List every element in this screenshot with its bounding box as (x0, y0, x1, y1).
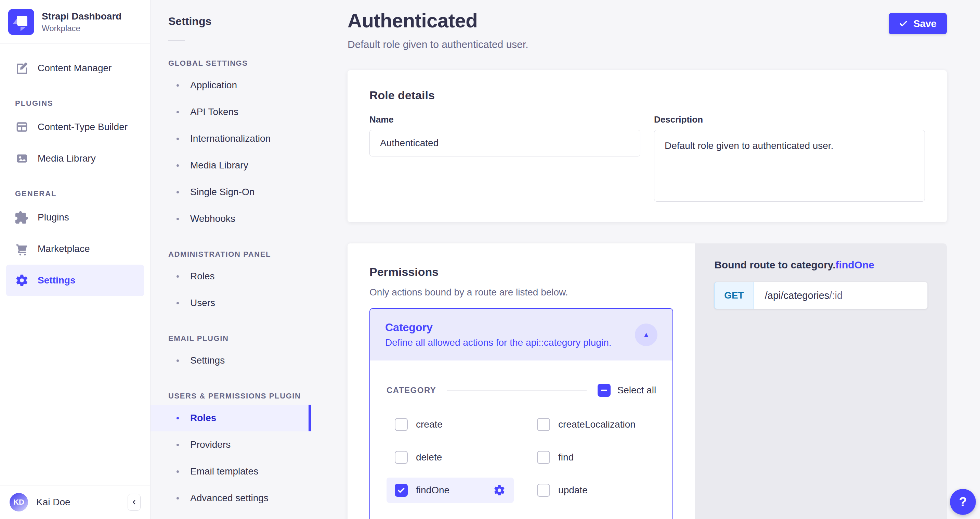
sidebar-item-settings[interactable]: Settings (6, 265, 144, 296)
category-accordion-body: CATEGORY Select all create (370, 361, 673, 519)
brand-title: Strapi Dashboard (42, 11, 121, 22)
category-accordion: Category Define all allowed actions for … (369, 308, 673, 519)
select-all-checkbox[interactable] (598, 384, 611, 397)
permission-label: delete (416, 452, 442, 463)
createLocalization-checkbox[interactable] (537, 418, 550, 431)
main-content: Authenticated Default role given to auth… (311, 0, 980, 519)
description-label: Description (654, 114, 925, 125)
sidebar-nav: Content Manager PLUGINS Content-Type Bui… (0, 43, 150, 485)
user-avatar[interactable]: KD (10, 493, 28, 511)
subnav-item-up-roles[interactable]: Roles (151, 405, 311, 431)
subnav-section-users-permissions-plugin: USERS & PERMISSIONS PLUGIN (168, 392, 311, 401)
question-mark-icon: ? (959, 495, 967, 509)
permission-create[interactable]: create (387, 412, 514, 437)
bound-route-action: findOne (836, 259, 874, 270)
subnav-item-api-tokens[interactable]: API Tokens (151, 99, 311, 125)
select-all-label: Select all (617, 385, 656, 396)
create-checkbox[interactable] (395, 418, 408, 431)
accordion-collapse-button[interactable]: ▲ (635, 324, 657, 346)
permission-findOne[interactable]: findOne (387, 477, 514, 503)
subnav-title: Settings (151, 0, 311, 28)
permissions-section: Permissions Only actions bound by a rout… (348, 243, 947, 519)
media-library-icon (15, 152, 29, 165)
http-method-badge: GET (714, 282, 754, 309)
subnav-item-single-sign-on[interactable]: Single Sign-On (151, 179, 311, 205)
name-field-group: Name (369, 114, 640, 203)
subnav-rule (168, 40, 185, 41)
description-field-group: Description Default role given to authen… (654, 114, 925, 203)
find-checkbox[interactable] (537, 451, 550, 464)
permission-label: findOne (416, 485, 449, 496)
findOne-settings-gear-icon[interactable] (493, 484, 506, 497)
category-accordion-header[interactable]: Category Define all allowed actions for … (370, 309, 673, 361)
permissions-card: Permissions Only actions bound by a rout… (348, 243, 695, 519)
page-subtitle: Default role given to authenticated user… (348, 39, 528, 50)
group-divider-line (447, 390, 586, 391)
sidebar-item-label: Media Library (38, 153, 96, 164)
findOne-checkbox[interactable] (395, 484, 408, 497)
brand-text: Strapi Dashboard Workplace (42, 11, 121, 33)
subnav-item-internationalization[interactable]: Internationalization (151, 125, 311, 152)
permissions-grid: create createLocalization delete fi (387, 412, 656, 503)
sidebar-item-label: Marketplace (38, 243, 90, 254)
collapse-sidebar-button[interactable] (127, 493, 141, 511)
save-button[interactable]: Save (889, 13, 947, 34)
subnav-item-advanced-settings[interactable]: Advanced settings (151, 485, 311, 511)
update-checkbox[interactable] (537, 484, 550, 497)
sidebar-item-marketplace[interactable]: Marketplace (6, 233, 144, 265)
subnav-item-admin-users[interactable]: Users (151, 290, 311, 316)
sidebar-item-content-type-builder[interactable]: Content-Type Builder (6, 111, 144, 143)
subnav-item-webhooks[interactable]: Webhooks (151, 205, 311, 232)
strapi-logo-icon (8, 9, 34, 35)
permission-createLocalization[interactable]: createLocalization (529, 412, 656, 437)
subnav-item-media-library[interactable]: Media Library (151, 152, 311, 179)
check-icon (899, 19, 908, 28)
route-path-main: /api/categories (765, 290, 829, 301)
permission-label: create (416, 419, 442, 430)
permission-find[interactable]: find (529, 445, 656, 470)
subnav-section-global-settings: GLOBAL SETTINGS (168, 59, 311, 68)
sidebar-section-plugins: PLUGINS (15, 99, 150, 108)
indeterminate-minus-icon (601, 390, 607, 391)
subnav-item-providers[interactable]: Providers (151, 431, 311, 458)
sidebar-item-content-manager[interactable]: Content Manager (6, 53, 144, 84)
name-input[interactable] (369, 130, 640, 156)
category-group-row: CATEGORY Select all (387, 384, 656, 397)
plugins-icon (15, 211, 29, 224)
delete-checkbox[interactable] (395, 451, 408, 464)
sidebar-footer: KD Kai Doe (0, 485, 150, 519)
permissions-subtitle: Only actions bound by a route are listed… (369, 287, 673, 298)
help-button[interactable]: ? (950, 489, 976, 515)
description-textarea[interactable]: Default role given to authenticated user… (654, 130, 925, 202)
subnav-item-application[interactable]: Application (151, 72, 311, 99)
subnav-item-email-templates[interactable]: Email templates (151, 458, 311, 485)
permission-update[interactable]: update (529, 477, 656, 503)
subnav-section-administration-panel: ADMINISTRATION PANEL (168, 250, 311, 259)
subnav-item-admin-roles[interactable]: Roles (151, 263, 311, 290)
permission-label: find (558, 452, 574, 463)
page-header: Authenticated Default role given to auth… (348, 0, 947, 50)
permission-delete[interactable]: delete (387, 445, 514, 470)
main-sidebar: Strapi Dashboard Workplace Content Manag… (0, 0, 151, 519)
chevron-left-icon (130, 498, 138, 506)
role-details-grid: Name Description Default role given to a… (369, 114, 925, 203)
settings-gear-icon (15, 273, 29, 287)
content-type-builder-icon (15, 120, 29, 134)
name-label: Name (369, 114, 640, 125)
marketplace-cart-icon (15, 242, 29, 256)
save-button-label: Save (913, 18, 937, 29)
page-header-text: Authenticated Default role given to auth… (348, 9, 528, 50)
route-box: GET /api/categories/:id (714, 282, 928, 309)
brand-subtitle: Workplace (42, 24, 121, 33)
sidebar-section-general: GENERAL (15, 189, 150, 198)
category-group-label: CATEGORY (387, 385, 436, 395)
subnav-section-email-plugin: EMAIL PLUGIN (168, 334, 311, 343)
sidebar-item-label: Content Manager (38, 63, 111, 73)
route-path: /api/categories/:id (754, 282, 928, 309)
sidebar-item-media-library[interactable]: Media Library (6, 143, 144, 174)
page-title: Authenticated (348, 9, 528, 32)
subnav-item-email-settings[interactable]: Settings (151, 347, 311, 374)
category-accordion-title: Category (385, 321, 635, 334)
sidebar-item-plugins[interactable]: Plugins (6, 202, 144, 233)
category-accordion-description: Define all allowed actions for the api::… (385, 337, 635, 348)
